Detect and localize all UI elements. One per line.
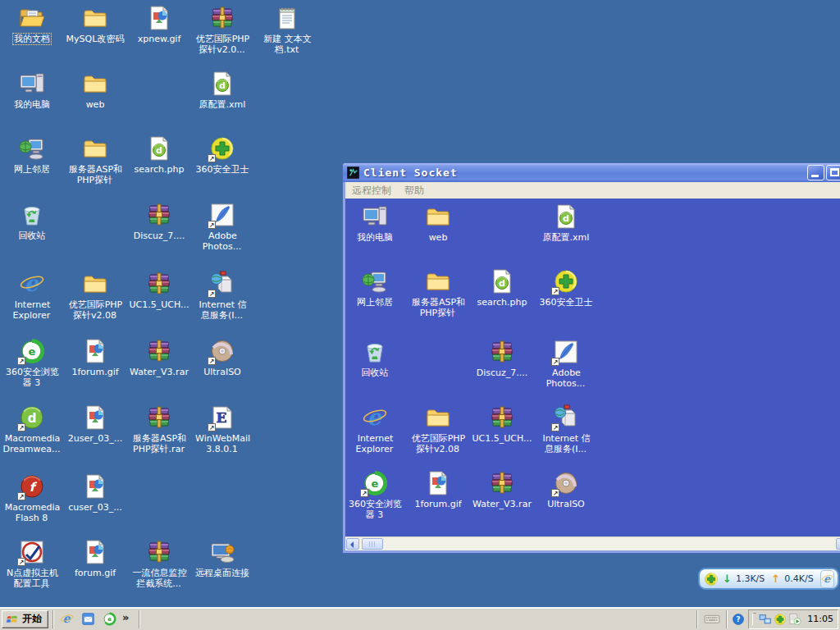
desktop-icon[interactable]: forum.gif [64, 539, 126, 578]
remote-desktop-icon[interactable]: Discuz_7.... [471, 339, 533, 378]
screen: 我的文档MySQL改密码xpnew.gif优艺国际PHP 探针v2.0...新建… [0, 0, 840, 630]
image-file-icon [82, 473, 108, 500]
traffic-monitor-widget[interactable]: ↓ 1.3K/S ↑ 0.4K/S e [698, 568, 839, 590]
icon-label: 新建 文本文 档.txt [256, 34, 318, 55]
start-button[interactable]: 开始 [2, 610, 48, 628]
360-browser-icon[interactable]: e [103, 612, 116, 626]
remote-desktop-icon[interactable]: ↗Adobe Photos... [535, 339, 597, 389]
icon-label: 原配置.xml [535, 232, 597, 243]
remote-desktop-icon[interactable]: UC1.5_UCH... [471, 404, 533, 444]
scrollbar-thumb[interactable] [362, 538, 383, 550]
my-computer-icon [362, 203, 388, 230]
flash-app-icon: f↗ [19, 473, 45, 500]
remote-desktop-icon[interactable]: ↗UltraISO [535, 470, 597, 509]
remote-desktop-icon[interactable]: 回收站 [345, 339, 406, 378]
titlebar[interactable]: Client Socket [343, 163, 840, 182]
icon-label: Internet Explorer [345, 433, 406, 454]
menu-item[interactable]: 帮助 [404, 184, 424, 198]
desktop-icon[interactable]: 1forum.gif [64, 338, 126, 377]
remote-desktop-icon[interactable]: 1forum.gif [407, 470, 469, 509]
horizontal-scrollbar[interactable] [345, 536, 840, 550]
remote-desktop-icon[interactable]: ↗Internet 信 息服务(I... [535, 404, 597, 454]
remote-desktop-icon[interactable]: d原配置.xml [535, 203, 597, 243]
ie-icon[interactable]: e [820, 570, 834, 588]
dreamweaver-doc-icon: d [209, 71, 235, 97]
maximize-button[interactable] [826, 165, 840, 180]
tray-perf-icon[interactable] [788, 613, 801, 626]
desktop-icon[interactable]: 我的文档 [1, 5, 63, 44]
remote-desktop-view[interactable]: 我的电脑webd原配置.xml网上邻居服务器ASP和 PHP探针dsearch.… [345, 199, 840, 536]
desktop-icon[interactable]: 远程桌面连接 [191, 539, 253, 578]
remote-desktop-icon[interactable]: 网上邻居 [345, 268, 406, 308]
desktop-icon[interactable]: d原配置.xml [191, 71, 253, 110]
client-socket-window-icon [347, 167, 359, 179]
help-icon[interactable]: ? [732, 613, 745, 626]
input-method-keyboard-icon[interactable] [702, 611, 722, 627]
desktop-icon[interactable]: Discuz_7.... [128, 202, 190, 241]
remote-desktop-icon[interactable]: 服务器ASP和 PHP探针 [407, 268, 469, 318]
ie-icon[interactable]: e [60, 612, 74, 626]
desktop-icon[interactable]: ↗UltraISO [191, 338, 253, 377]
shortcut-arrow-icon: ↗ [17, 558, 25, 566]
notepad-icon [274, 5, 300, 31]
icon-label: 360安全卫士 [191, 164, 253, 175]
360-safe-icon[interactable] [774, 613, 787, 626]
desktop-icon[interactable]: 优艺国际PHP 探针v2.08 [64, 271, 126, 321]
quick-launch-chevron[interactable]: » [122, 611, 129, 623]
remote-desktop-icon[interactable]: e↗360安全浏览 器 3 [345, 470, 406, 520]
dreamweaver-doc-icon: d [553, 203, 579, 230]
desktop-icon[interactable]: Water_V3.rar [128, 338, 190, 377]
scroll-right-button[interactable] [836, 538, 840, 550]
outlook-express-icon[interactable] [81, 612, 95, 626]
desktop-icon[interactable]: e↗360安全浏览 器 3 [1, 338, 63, 388]
desktop-icon[interactable]: 服务器ASP和 PHP探针.rar [128, 404, 190, 454]
desktop-icon[interactable]: xpnew.gif [128, 5, 190, 44]
remote-desktop-icon[interactable]: eInternet Explorer [345, 404, 406, 454]
desktop-icon[interactable]: 新建 文本文 档.txt [256, 5, 318, 55]
network-places-icon [362, 268, 388, 294]
scroll-left-button[interactable] [346, 538, 359, 550]
desktop-icon[interactable]: 优艺国际PHP 探针v2.0... [191, 5, 253, 55]
winrar-icon [146, 539, 172, 565]
menu-item[interactable]: 远程控制 [352, 184, 391, 198]
taskbar-clock[interactable]: 11:05 [807, 614, 833, 624]
tray-network-icon[interactable] [759, 613, 772, 626]
desktop-icon[interactable]: ↗360安全卫士 [191, 135, 253, 175]
shortcut-arrow-icon: ↗ [208, 221, 216, 229]
shortcut-arrow-icon: ↗ [551, 489, 559, 497]
photoshop-icon: ↗ [553, 339, 579, 365]
desktop-icon[interactable]: ↗Adobe Photos... [191, 202, 253, 252]
remote-desktop-icon[interactable]: Water_V3.rar [471, 470, 533, 509]
desktop-icon[interactable]: 网上邻居 [1, 135, 63, 175]
iis-icon: ↗ [553, 404, 579, 431]
desktop-icon[interactable]: 一流信息监控 拦截系统... [128, 539, 190, 589]
desktop-icon[interactable]: ↗Internet 信 息服务(I... [191, 271, 253, 321]
desktop-icon[interactable]: E↗WinWebMail 3.8.0.1 [191, 404, 253, 454]
desktop-icon[interactable]: f↗Macromedia Flash 8 [1, 473, 63, 523]
shortcut-arrow-icon: ↗ [17, 423, 25, 431]
desktop-icon[interactable]: web [64, 71, 126, 110]
my-documents-icon [19, 5, 45, 31]
winwebmail-icon: E↗ [209, 404, 235, 431]
minimize-button[interactable] [807, 165, 824, 180]
desktop-icon[interactable]: 2user_03_... [64, 404, 126, 444]
desktop-icon[interactable]: ↗N点虚拟主机 配置工具 [1, 539, 63, 589]
remote-desktop-conn-icon [209, 539, 235, 565]
remote-desktop-icon[interactable]: dsearch.php [471, 268, 533, 308]
desktop-icon[interactable]: MySQL改密码 [64, 5, 126, 44]
photoshop-icon: ↗ [209, 202, 235, 228]
remote-desktop-icon[interactable]: 我的电脑 [345, 203, 406, 243]
shortcut-arrow-icon: ↗ [208, 423, 216, 431]
desktop-icon[interactable]: 我的电脑 [1, 71, 63, 110]
desktop-icon[interactable]: dsearch.php [128, 135, 190, 175]
svg-text:e: e [824, 573, 831, 585]
desktop-icon[interactable]: eInternet Explorer [1, 271, 63, 321]
remote-desktop-icon[interactable]: web [407, 203, 469, 243]
desktop-icon[interactable]: 回收站 [1, 202, 63, 241]
desktop-icon[interactable]: d↗Macromedia Dreamwea... [1, 404, 63, 454]
desktop-icon[interactable]: UC1.5_UCH... [128, 271, 190, 310]
remote-desktop-icon[interactable]: ↗360安全卫士 [535, 268, 597, 308]
desktop-icon[interactable]: 服务器ASP和 PHP探针 [64, 135, 126, 185]
remote-desktop-icon[interactable]: 优艺国际PHP 探针v2.08 [407, 404, 469, 454]
desktop-icon[interactable]: cuser_03_... [64, 473, 126, 513]
